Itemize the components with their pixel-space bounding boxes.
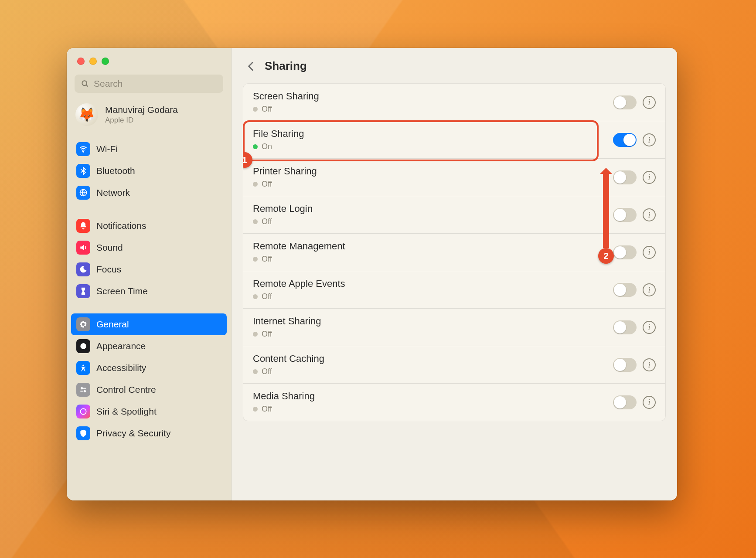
notifications-icon xyxy=(76,219,90,233)
sharing-row-internet: Internet SharingOffi xyxy=(243,308,665,346)
sidebar-item-general[interactable]: General xyxy=(71,313,227,335)
privacy-icon xyxy=(76,426,90,440)
status-text: Off xyxy=(262,217,272,226)
info-button-revents[interactable]: i xyxy=(643,283,656,296)
sidebar-item-label: Accessibility xyxy=(96,363,146,373)
sidebar-item-screentime[interactable]: Screen Time xyxy=(71,280,227,302)
info-button-file[interactable]: i xyxy=(643,133,656,146)
sidebar-item-siri[interactable]: Siri & Spotlight xyxy=(71,401,227,422)
accessibility-icon xyxy=(76,361,90,375)
info-button-printer[interactable]: i xyxy=(643,171,656,184)
status-text: Off xyxy=(262,255,272,264)
sidebar-item-focus[interactable]: Focus xyxy=(71,259,227,280)
page-title: Sharing xyxy=(265,59,307,73)
sharing-row-revents: Remote Apple EventsOffi xyxy=(243,271,665,308)
sharing-row-title: Content Caching xyxy=(253,353,613,364)
sharing-row-status: Off xyxy=(253,330,613,339)
sharing-row-file: File SharingOni xyxy=(243,121,665,158)
sidebar-item-appearance[interactable]: Appearance xyxy=(71,335,227,357)
info-button-internet[interactable]: i xyxy=(643,321,656,334)
sidebar-item-privacy[interactable]: Privacy & Security xyxy=(71,422,227,444)
sharing-row-rlogin: Remote LoginOffi xyxy=(243,196,665,233)
sidebar-item-controlcentre[interactable]: Control Centre xyxy=(71,379,227,401)
info-button-media[interactable]: i xyxy=(643,396,656,409)
status-text: Off xyxy=(262,105,272,114)
sidebar-item-label: Control Centre xyxy=(96,384,156,395)
svg-line-1 xyxy=(86,85,88,87)
sidebar-item-label: General xyxy=(96,319,129,330)
settings-window: 🦊 Manuviraj Godara Apple ID Wi-Fi xyxy=(67,48,677,500)
siri-icon xyxy=(76,405,90,418)
svg-point-5 xyxy=(82,365,84,366)
toggle-rlogin[interactable] xyxy=(613,208,637,222)
sidebar-item-bluetooth[interactable]: Bluetooth xyxy=(71,160,227,182)
status-dot-icon xyxy=(253,107,258,112)
info-button-cache[interactable]: i xyxy=(643,358,656,371)
titlebar: Sharing xyxy=(232,48,677,81)
close-window-button[interactable] xyxy=(77,58,85,65)
sharing-row-status: Off xyxy=(253,405,613,414)
sharing-row-title: Remote Apple Events xyxy=(253,278,613,289)
toggle-cache[interactable] xyxy=(613,358,637,372)
toggle-file[interactable] xyxy=(613,133,637,147)
sharing-row-status: Off xyxy=(253,292,613,301)
sharing-row-status: Off xyxy=(253,105,613,114)
sharing-row-screen: Screen SharingOffi xyxy=(243,84,665,121)
status-dot-icon xyxy=(253,332,258,337)
toggle-media[interactable] xyxy=(613,395,637,409)
sharing-row-title: Internet Sharing xyxy=(253,316,613,327)
sharing-row-title: Printer Sharing xyxy=(253,166,613,177)
svg-point-0 xyxy=(82,81,87,85)
sidebar-group: Notifications Sound Focus xyxy=(71,211,227,302)
screentime-icon xyxy=(76,284,90,298)
gear-icon xyxy=(76,317,90,331)
toggle-printer[interactable] xyxy=(613,170,637,184)
toggle-screen[interactable] xyxy=(613,95,637,109)
sidebar-item-notifications[interactable]: Notifications xyxy=(71,215,227,237)
account-subtitle: Apple ID xyxy=(105,116,178,125)
svg-point-8 xyxy=(84,391,85,392)
sidebar-item-label: Wi-Fi xyxy=(96,144,118,154)
sharing-row-title: Remote Management xyxy=(253,241,613,252)
sharing-row-title: File Sharing xyxy=(253,128,613,140)
minimize-window-button[interactable] xyxy=(89,58,97,65)
info-button-screen[interactable]: i xyxy=(643,96,656,109)
sidebar-item-accessibility[interactable]: Accessibility xyxy=(71,357,227,379)
status-dot-icon xyxy=(253,182,258,187)
appearance-icon xyxy=(76,339,90,353)
sharing-row-title: Screen Sharing xyxy=(253,91,613,102)
apple-id-account[interactable]: 🦊 Manuviraj Godara Apple ID xyxy=(67,100,231,135)
sharing-row-title: Media Sharing xyxy=(253,391,613,402)
toggle-revents[interactable] xyxy=(613,283,637,297)
status-text: On xyxy=(262,142,272,151)
sidebar-group: Wi-Fi Bluetooth Ne xyxy=(71,135,227,204)
sharing-row-printer: Printer SharingOffi xyxy=(243,158,665,196)
status-text: Off xyxy=(262,367,272,376)
focus-icon xyxy=(76,262,90,276)
account-name: Manuviraj Godara xyxy=(105,105,178,115)
info-button-rlogin[interactable]: i xyxy=(643,208,656,221)
info-button-rmanage[interactable]: i xyxy=(643,246,656,259)
sharing-row-title: Remote Login xyxy=(253,203,613,214)
sidebar-item-network[interactable]: Network xyxy=(71,182,227,204)
sidebar-item-sound[interactable]: Sound xyxy=(71,237,227,259)
svg-point-6 xyxy=(81,388,82,389)
sidebar-group: General Appearance Accessibility xyxy=(71,310,227,444)
avatar-emoji: 🦊 xyxy=(78,106,95,123)
status-dot-icon xyxy=(253,257,258,262)
sidebar-item-wifi[interactable]: Wi-Fi xyxy=(71,138,227,160)
bluetooth-icon xyxy=(76,164,90,178)
sound-icon xyxy=(76,241,90,255)
back-button[interactable] xyxy=(245,61,257,72)
toggle-internet[interactable] xyxy=(613,320,637,334)
sharing-row-cache: Content CachingOffi xyxy=(243,346,665,383)
status-text: Off xyxy=(262,405,272,414)
network-icon xyxy=(76,186,90,200)
window-controls xyxy=(67,48,231,73)
sidebar: 🦊 Manuviraj Godara Apple ID Wi-Fi xyxy=(67,48,232,500)
sharing-row-status: Off xyxy=(253,367,613,376)
fullscreen-window-button[interactable] xyxy=(102,58,109,65)
toggle-rmanage[interactable] xyxy=(613,245,637,259)
search-input[interactable] xyxy=(75,75,223,93)
status-dot-icon xyxy=(253,369,258,374)
